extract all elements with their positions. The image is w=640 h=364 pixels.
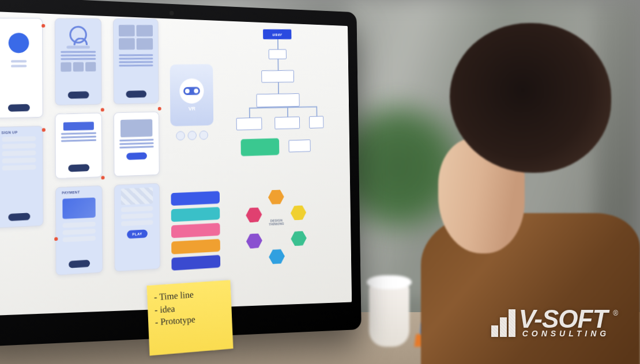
wireframe-payment: PAYMENT [55, 185, 103, 276]
wireframe-signup: SIGN UP [0, 126, 43, 228]
hex-node [291, 205, 307, 221]
connector-node [101, 176, 104, 179]
signup-heading: SIGN UP [1, 131, 17, 135]
input-field [2, 157, 36, 163]
swatch [171, 255, 220, 271]
map-view [121, 187, 153, 205]
thumbnail-row [61, 62, 96, 72]
monitor-screen: SIGN UP [0, 11, 352, 316]
flowchart: user [223, 29, 330, 176]
flow-line [277, 59, 278, 70]
cta-button [126, 152, 148, 160]
avatar-placeholder-icon [9, 33, 29, 53]
swatch [171, 207, 220, 222]
action-button [68, 164, 90, 172]
swatch [171, 191, 220, 206]
flow-box [274, 116, 300, 129]
text-line [11, 65, 27, 67]
vr-card-group: VR [170, 64, 214, 141]
submit-button [8, 213, 31, 221]
sticky-note: - Time line - idea - Prototype [147, 280, 234, 356]
input-field [62, 222, 96, 228]
pay-button [69, 260, 91, 268]
monitor: SIGN UP [0, 0, 362, 347]
flow-box [261, 70, 294, 83]
swatch [171, 223, 220, 238]
credit-card-icon [62, 198, 96, 219]
hexagon-diagram: DESIGN THINKING [236, 185, 317, 274]
wireframe-detail [114, 112, 160, 177]
flow-line [287, 107, 288, 116]
login-button [7, 104, 30, 112]
flow-box [309, 116, 323, 128]
wireframe-column-3: PLAY [113, 18, 160, 272]
input-field [121, 206, 153, 213]
logo-bars-icon [491, 309, 515, 337]
payment-heading: PAYMENT [62, 191, 80, 195]
swatch [171, 239, 220, 255]
play-button: PLAY [127, 229, 148, 238]
vsoft-logo: V-SOFT CONSULTING ® [491, 307, 618, 338]
person-hair [450, 23, 611, 173]
connector-node [42, 128, 46, 131]
logo-tagline: CONSULTING [522, 330, 610, 338]
input-field [121, 220, 153, 226]
hex-node [269, 249, 285, 264]
flow-box [236, 117, 262, 131]
wireframe-item [55, 113, 102, 179]
input-field [2, 136, 36, 142]
wireframe-profile [55, 18, 102, 105]
input-field [121, 213, 153, 219]
wireframe-gallery [113, 18, 159, 104]
header-bar [63, 122, 94, 131]
connector-node [42, 24, 45, 28]
wireframe-login [0, 18, 43, 119]
wireframe-column-1: SIGN UP [0, 18, 43, 228]
vr-label: VR [189, 106, 195, 112]
action-button [67, 92, 89, 99]
play-label: PLAY [132, 232, 142, 236]
flow-line [249, 108, 250, 118]
flow-box [288, 139, 310, 152]
flow-box [269, 49, 287, 59]
text-block [119, 139, 153, 149]
hero-image [121, 119, 153, 138]
text-block [61, 132, 96, 142]
input-field [62, 236, 96, 242]
hex-center-label: DESIGN THINKING [268, 218, 285, 226]
registered-mark: ® [613, 309, 618, 317]
hex-node [291, 231, 307, 247]
input-field [2, 150, 36, 156]
hex-node [246, 207, 262, 223]
flow-line [278, 82, 279, 93]
connector-node [158, 107, 161, 111]
hex-node [246, 233, 262, 249]
vr-card: VR [170, 64, 214, 126]
action-button [126, 90, 147, 98]
wireframe-column-2: PAYMENT [55, 18, 103, 276]
flow-user-tag: user [263, 29, 291, 39]
image-grid [119, 25, 153, 50]
input-field [2, 165, 36, 170]
color-swatches [171, 191, 220, 271]
design-canvas: SIGN UP [0, 18, 352, 316]
text-block [119, 54, 153, 66]
vr-headset-icon [179, 78, 204, 104]
flow-box [257, 93, 300, 107]
flow-line [316, 106, 317, 116]
scene: SIGN UP [0, 0, 640, 364]
logo-brand: V-SOFT [519, 307, 610, 331]
flow-line [277, 39, 278, 49]
wireframe-map: PLAY [114, 183, 160, 272]
avatar-row [176, 131, 208, 141]
text-line [11, 60, 27, 62]
input-field [2, 143, 36, 149]
text-line [67, 46, 90, 48]
connector-node [101, 108, 104, 112]
flow-success-box [241, 138, 280, 156]
input-field [62, 229, 96, 235]
user-icon [69, 26, 87, 44]
text-block [61, 51, 95, 60]
hex-node [268, 189, 284, 205]
